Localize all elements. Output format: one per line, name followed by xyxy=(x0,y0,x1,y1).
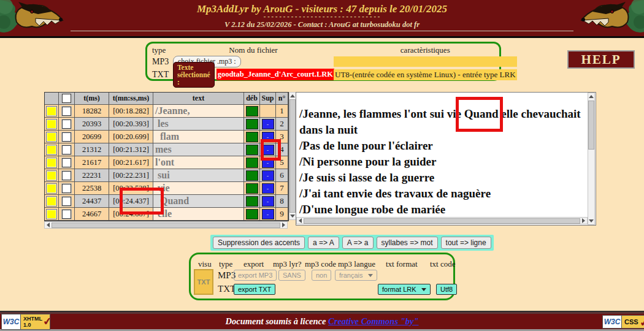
header-rule xyxy=(71,31,573,31)
deb-button[interactable] xyxy=(246,119,258,129)
deb-button[interactable] xyxy=(246,106,258,116)
text-cell[interactable]: vie xyxy=(153,182,244,195)
table-row: 24667 [00:24.667] elle - 9 xyxy=(45,208,288,221)
row-checkbox[interactable] xyxy=(62,107,71,116)
table-row: 20699 [00:20.699] flam - 3 xyxy=(45,131,288,143)
row-checkbox[interactable] xyxy=(62,120,71,129)
creative-commons-link[interactable]: Creative Commons "by" xyxy=(328,316,418,326)
help-button[interactable]: HELP xyxy=(567,50,635,69)
deb-button[interactable] xyxy=(246,209,258,219)
lyrics-textarea[interactable]: /Jeanne, les flammes l'ont sui vie Quand… xyxy=(296,92,596,226)
license-line: Document soumis à licence Creative Commo… xyxy=(0,316,644,327)
row-yellow-button[interactable] xyxy=(46,119,57,129)
sup-button[interactable]: - xyxy=(262,170,274,181)
uppercase-to-lowercase-button[interactable]: A => a xyxy=(342,237,374,249)
row-yellow-button[interactable] xyxy=(46,106,57,116)
txt-row-label: TXT xyxy=(152,70,173,80)
lyrics-line: /Pas de lune pour l'éclairer xyxy=(299,139,433,152)
scrollbar-thumb[interactable] xyxy=(588,101,594,150)
sup-button[interactable]: - xyxy=(262,119,274,129)
syllables-to-word-button[interactable]: syllabes => mot xyxy=(377,237,438,249)
t-ms-cell: 22538 xyxy=(75,182,109,195)
lyrics-horizontal-scrollbar[interactable] xyxy=(296,217,588,224)
text-cell[interactable]: mes xyxy=(153,143,244,156)
header-deb: déb xyxy=(244,93,260,105)
col-header-mp3-code: mp3 code xyxy=(305,259,336,269)
deb-button[interactable] xyxy=(246,196,258,207)
text-cell[interactable]: Quand xyxy=(153,195,244,208)
row-checkbox[interactable] xyxy=(62,132,71,142)
num-cell: 7 xyxy=(276,182,288,195)
num-cell: 9 xyxy=(276,208,288,221)
row-checkbox[interactable] xyxy=(62,184,71,193)
row-yellow-button[interactable] xyxy=(46,145,57,155)
lowercase-to-uppercase-button[interactable]: a => A xyxy=(308,237,339,249)
text-cell[interactable]: elle xyxy=(153,208,244,221)
row-checkbox[interactable] xyxy=(62,171,71,180)
select-all-checkbox[interactable] xyxy=(62,94,71,103)
deb-button[interactable] xyxy=(246,183,258,194)
lyrics-text[interactable]: /Jeanne, les flammes l'ont sui vie Quand… xyxy=(296,93,588,217)
mp3-row-label: MP3 xyxy=(218,270,236,281)
text-cell[interactable]: les xyxy=(153,118,244,131)
deb-button[interactable] xyxy=(246,145,258,155)
scroll-right-icon[interactable] xyxy=(582,218,585,223)
header-checkbox-cell xyxy=(59,93,75,105)
scroll-up-icon[interactable] xyxy=(290,94,295,97)
row-checkbox[interactable] xyxy=(62,197,71,206)
col-header-txt-format: txt format xyxy=(386,259,418,269)
mp3-langue-select[interactable]: français xyxy=(335,270,377,281)
scrollbar-thumb[interactable] xyxy=(289,99,296,213)
row-yellow-button[interactable] xyxy=(46,158,57,168)
deb-button[interactable] xyxy=(246,170,258,181)
w3c-css-badge[interactable]: W3C CSS ✔ xyxy=(602,315,644,329)
scroll-left-icon[interactable] xyxy=(47,223,50,227)
remove-accents-button[interactable]: Suppression des accents xyxy=(213,237,305,249)
scroll-right-icon[interactable] xyxy=(282,223,285,227)
scroll-up-icon[interactable] xyxy=(589,95,594,98)
export-txt-button[interactable]: export TXT xyxy=(234,284,275,295)
scrollbar-thumb[interactable] xyxy=(304,218,580,224)
txt-format-select[interactable]: format LRK xyxy=(378,284,431,295)
deb-button[interactable] xyxy=(246,158,258,168)
visu-txt-button[interactable]: TXT xyxy=(194,269,213,295)
lyrics-line: /J'ai tant envie des travaux de naguère xyxy=(299,187,491,200)
row-yellow-button[interactable] xyxy=(46,209,57,219)
text-cell[interactable]: flam xyxy=(153,131,244,143)
row-yellow-button[interactable] xyxy=(46,183,57,194)
table-row: 22538 [00:22.538] vie - 7 xyxy=(45,182,288,195)
sup-button[interactable]: - xyxy=(262,183,274,194)
row-checkbox[interactable] xyxy=(62,145,71,154)
num-cell: 8 xyxy=(276,195,288,208)
scroll-left-icon[interactable] xyxy=(299,218,302,223)
mp3-lyr-button[interactable]: SANS xyxy=(278,270,305,281)
chevron-down-icon xyxy=(368,274,373,277)
row-checkbox[interactable] xyxy=(62,158,71,167)
text-cell[interactable]: sui xyxy=(153,169,244,182)
mp3-code-button[interactable]: non xyxy=(312,270,331,281)
lyrics-line: /Ni personne pour la guider xyxy=(299,155,436,168)
row-yellow-button[interactable] xyxy=(46,196,57,207)
row-yellow-button[interactable] xyxy=(46,132,57,142)
file-selection-form: type Nom du fichier caractèristiques MP3… xyxy=(145,42,501,81)
text-cell[interactable]: /Jeanne, xyxy=(153,105,244,118)
w3c-xhtml-badge[interactable]: W3C XHTML 1.0 ✔ xyxy=(1,314,50,330)
sup-button[interactable]: - xyxy=(262,209,274,219)
header: Mp3AddLyr by ArouG - visiteurs : 47 depu… xyxy=(0,0,644,38)
text-action-toolbar: Suppression des accents a => A A => a sy… xyxy=(210,235,494,251)
export-mp3-button[interactable]: export MP3 xyxy=(234,270,277,281)
sup-button[interactable]: - xyxy=(262,196,274,207)
selected-text-button[interactable]: Texte sélectionné : xyxy=(173,62,215,88)
scrollbar-thumb[interactable] xyxy=(52,223,280,228)
deb-button[interactable] xyxy=(246,132,258,142)
t-mn-cell: [00:22.231] xyxy=(109,169,153,182)
row-yellow-button[interactable] xyxy=(46,170,57,181)
row-checkbox[interactable] xyxy=(62,210,71,219)
lyrics-vertical-scrollbar[interactable] xyxy=(588,93,595,225)
scroll-down-icon[interactable] xyxy=(290,215,295,218)
scroll-down-icon[interactable] xyxy=(589,219,594,223)
text-cell[interactable]: l'ont xyxy=(153,156,244,169)
table-horizontal-scrollbar[interactable] xyxy=(44,221,288,229)
all-to-line-button[interactable]: tout => ligne xyxy=(441,237,491,249)
txt-code-button[interactable]: Utf8 xyxy=(436,284,457,295)
